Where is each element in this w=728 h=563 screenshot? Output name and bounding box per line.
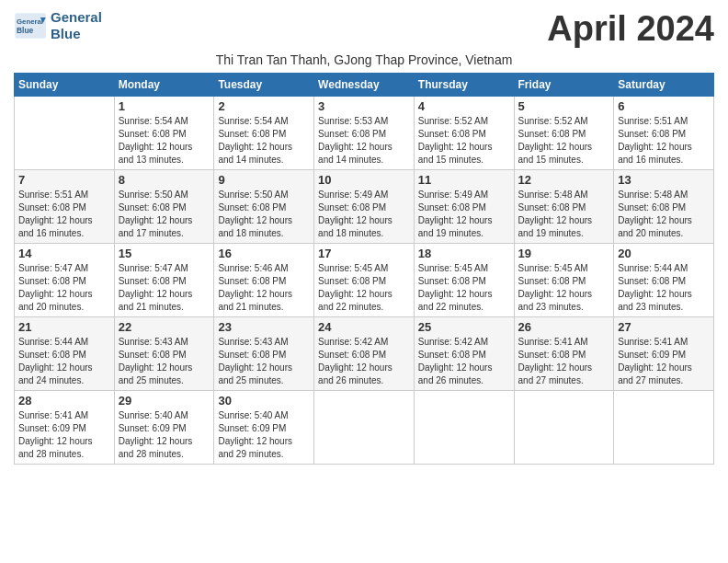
daylight-label: Daylight: 12 hours and 20 minutes. [618,215,692,238]
calendar-cell: 15Sunrise: 5:47 AMSunset: 6:08 PMDayligh… [114,244,214,317]
calendar-cell: 7Sunrise: 5:51 AMSunset: 6:08 PMDaylight… [15,170,115,244]
day-info: Sunrise: 5:50 AMSunset: 6:08 PMDaylight:… [218,189,310,240]
daylight-label: Daylight: 12 hours and 24 minutes. [18,362,93,385]
day-number: 20 [618,247,710,260]
calendar-cell [15,97,115,170]
daylight-label: Daylight: 12 hours and 19 minutes. [418,215,493,238]
sunset-label: Sunset: 6:08 PM [418,129,486,139]
weekday-header-tuesday: Tuesday [214,74,314,97]
weekday-header-monday: Monday [114,74,214,97]
sunset-label: Sunset: 6:08 PM [518,129,586,139]
calendar-cell: 25Sunrise: 5:42 AMSunset: 6:08 PMDayligh… [414,317,514,391]
day-info: Sunrise: 5:44 AMSunset: 6:08 PMDaylight:… [18,336,110,387]
day-info: Sunrise: 5:41 AMSunset: 6:09 PMDaylight:… [618,336,710,387]
daylight-label: Daylight: 12 hours and 15 minutes. [518,142,593,165]
sunset-label: Sunset: 6:09 PM [618,350,686,360]
sunset-label: Sunset: 6:08 PM [318,129,386,139]
sunrise-label: Sunrise: 5:50 AM [218,190,288,200]
sunset-label: Sunset: 6:08 PM [418,276,486,286]
calendar-cell: 3Sunrise: 5:53 AMSunset: 6:08 PMDaylight… [314,97,415,170]
day-info: Sunrise: 5:42 AMSunset: 6:08 PMDaylight:… [318,336,410,387]
day-number: 8 [119,173,210,187]
sunset-label: Sunset: 6:08 PM [518,202,586,213]
day-number: 21 [18,320,110,334]
sunset-label: Sunset: 6:08 PM [218,129,286,139]
sunrise-label: Sunrise: 5:45 AM [518,263,588,273]
daylight-label: Daylight: 12 hours and 13 minutes. [119,142,193,165]
calendar-cell: 4Sunrise: 5:52 AMSunset: 6:08 PMDaylight… [414,97,514,170]
day-info: Sunrise: 5:54 AMSunset: 6:08 PMDaylight:… [119,115,210,167]
calendar-cell: 1Sunrise: 5:54 AMSunset: 6:08 PMDaylight… [114,97,214,170]
day-number: 30 [218,394,310,408]
daylight-label: Daylight: 12 hours and 25 minutes. [218,362,292,385]
calendar-body: 1Sunrise: 5:54 AMSunset: 6:08 PMDaylight… [15,97,714,465]
weekday-header-row: SundayMondayTuesdayWednesdayThursdayFrid… [15,74,714,97]
logo-text-general: General [51,9,102,26]
day-number: 2 [218,99,310,113]
sunset-label: Sunset: 6:08 PM [119,350,187,360]
day-number: 29 [119,394,210,408]
sunset-label: Sunset: 6:08 PM [218,350,286,360]
day-number: 26 [518,320,610,334]
sunrise-label: Sunrise: 5:44 AM [18,337,88,347]
day-number: 10 [318,173,410,187]
day-info: Sunrise: 5:45 AMSunset: 6:08 PMDaylight:… [418,262,510,314]
sunset-label: Sunset: 6:08 PM [119,276,187,286]
sunset-label: Sunset: 6:08 PM [518,276,586,286]
day-number: 12 [518,173,610,187]
day-info: Sunrise: 5:45 AMSunset: 6:08 PMDaylight:… [318,262,410,314]
day-info: Sunrise: 5:51 AMSunset: 6:08 PMDaylight:… [618,115,710,167]
calendar-subtitle: Thi Tran Tan Thanh, GJong Thap Province,… [14,52,714,67]
calendar-cell: 24Sunrise: 5:42 AMSunset: 6:08 PMDayligh… [314,317,415,391]
sunset-label: Sunset: 6:08 PM [18,350,86,360]
daylight-label: Daylight: 12 hours and 18 minutes. [318,215,392,238]
sunrise-label: Sunrise: 5:49 AM [418,190,488,200]
daylight-label: Daylight: 12 hours and 26 minutes. [418,362,493,385]
calendar-cell: 12Sunrise: 5:48 AMSunset: 6:08 PMDayligh… [514,170,614,244]
general-blue-logo-icon: General Blue [14,9,47,42]
day-info: Sunrise: 5:47 AMSunset: 6:08 PMDaylight:… [119,262,210,314]
calendar-cell: 2Sunrise: 5:54 AMSunset: 6:08 PMDaylight… [214,97,314,170]
sunset-label: Sunset: 6:09 PM [18,423,86,433]
weekday-header-saturday: Saturday [614,74,714,97]
calendar-week-5: 28Sunrise: 5:41 AMSunset: 6:09 PMDayligh… [15,391,714,465]
day-number: 16 [218,247,310,260]
sunrise-label: Sunrise: 5:40 AM [119,410,188,420]
day-number: 27 [618,320,710,334]
daylight-label: Daylight: 12 hours and 17 minutes. [119,215,193,238]
daylight-label: Daylight: 12 hours and 29 minutes. [218,436,292,459]
daylight-label: Daylight: 12 hours and 22 minutes. [318,289,392,312]
weekday-header-friday: Friday [514,74,614,97]
weekday-header-thursday: Thursday [414,74,514,97]
daylight-label: Daylight: 12 hours and 26 minutes. [318,362,392,385]
day-number: 11 [418,173,510,187]
day-number: 18 [418,247,510,260]
sunrise-label: Sunrise: 5:42 AM [418,337,488,347]
svg-text:Blue: Blue [17,26,34,35]
calendar-cell: 22Sunrise: 5:43 AMSunset: 6:08 PMDayligh… [114,317,214,391]
calendar-cell: 11Sunrise: 5:49 AMSunset: 6:08 PMDayligh… [414,170,514,244]
day-info: Sunrise: 5:40 AMSunset: 6:09 PMDaylight:… [119,409,210,461]
calendar-title: April 2024 [547,9,714,49]
day-number: 15 [119,247,210,260]
sunset-label: Sunset: 6:09 PM [218,423,286,433]
sunrise-label: Sunrise: 5:46 AM [218,263,288,273]
day-number: 4 [418,99,510,113]
day-info: Sunrise: 5:49 AMSunset: 6:08 PMDaylight:… [318,189,410,240]
calendar-table: SundayMondayTuesdayWednesdayThursdayFrid… [14,73,714,465]
day-number: 17 [318,247,410,260]
calendar-cell: 26Sunrise: 5:41 AMSunset: 6:08 PMDayligh… [514,317,614,391]
day-info: Sunrise: 5:48 AMSunset: 6:08 PMDaylight:… [618,189,710,240]
day-number: 25 [418,320,510,334]
calendar-week-3: 14Sunrise: 5:47 AMSunset: 6:08 PMDayligh… [15,244,714,317]
day-number: 5 [518,99,610,113]
daylight-label: Daylight: 12 hours and 19 minutes. [518,215,593,238]
sunrise-label: Sunrise: 5:54 AM [119,116,188,126]
calendar-cell: 13Sunrise: 5:48 AMSunset: 6:08 PMDayligh… [614,170,714,244]
day-info: Sunrise: 5:41 AMSunset: 6:08 PMDaylight:… [518,336,610,387]
sunrise-label: Sunrise: 5:40 AM [218,410,288,420]
calendar-cell: 21Sunrise: 5:44 AMSunset: 6:08 PMDayligh… [15,317,115,391]
sunrise-label: Sunrise: 5:43 AM [218,337,288,347]
sunrise-label: Sunrise: 5:47 AM [119,263,188,273]
calendar-cell: 8Sunrise: 5:50 AMSunset: 6:08 PMDaylight… [114,170,214,244]
